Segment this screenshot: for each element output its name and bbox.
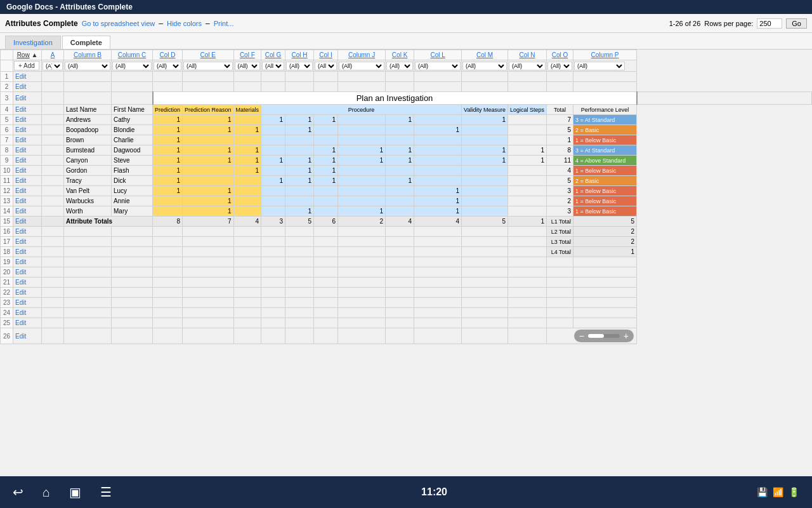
edit-link-6[interactable]: Edit: [15, 126, 26, 133]
edit-link-9[interactable]: Edit: [15, 157, 26, 164]
edit-link-16[interactable]: Edit: [15, 228, 26, 235]
filter-select-i[interactable]: (All): [315, 62, 337, 70]
filter-select-f[interactable]: (All): [235, 62, 261, 70]
filter-l[interactable]: (All): [414, 60, 462, 72]
col-header-c[interactable]: Column C: [112, 50, 153, 60]
edit-link-4[interactable]: Edit: [15, 106, 26, 113]
rows-per-page-input[interactable]: [757, 18, 782, 29]
col-header-n[interactable]: Col N: [508, 50, 546, 60]
edit-link-13[interactable]: Edit: [15, 197, 26, 204]
edit-link-2[interactable]: Edit: [15, 83, 26, 90]
tab-complete[interactable]: Complete: [62, 36, 110, 49]
col-header-e-label[interactable]: Col E: [200, 51, 216, 58]
col-header-p-label[interactable]: Column P: [591, 51, 619, 58]
filter-select-h[interactable]: (All): [286, 62, 313, 70]
filter-i[interactable]: (All): [314, 60, 338, 72]
filter-select-e[interactable]: (All): [183, 62, 233, 70]
edit-link-10[interactable]: Edit: [15, 167, 26, 174]
col-header-j[interactable]: Column J: [338, 50, 386, 60]
filter-k[interactable]: (All): [386, 60, 414, 72]
edit-link-17[interactable]: Edit: [15, 238, 26, 245]
recent-apps-icon[interactable]: ▣: [69, 485, 81, 500]
zoom-in-button[interactable]: +: [624, 331, 629, 341]
table-wrapper[interactable]: Row ▲ A Column B Column C Col D Col E: [0, 50, 812, 476]
filter-select-n[interactable]: (All): [509, 62, 546, 70]
edit-link-1[interactable]: Edit: [15, 73, 26, 80]
filter-g[interactable]: (All): [261, 60, 285, 72]
home-icon[interactable]: ⌂: [43, 485, 50, 500]
filter-c[interactable]: (All): [112, 60, 153, 72]
filter-select-m[interactable]: (All): [462, 62, 507, 70]
filter-select-p[interactable]: (All): [574, 62, 625, 70]
edit-link-11[interactable]: Edit: [15, 177, 26, 184]
zoom-out-button[interactable]: −: [579, 331, 584, 341]
filter-n[interactable]: (All): [508, 60, 546, 72]
col-header-p[interactable]: Column P: [573, 50, 637, 60]
filter-select-j[interactable]: (All): [339, 62, 384, 70]
col-header-f-label[interactable]: Col F: [240, 51, 255, 58]
col-header-k-label[interactable]: Col K: [392, 51, 407, 58]
zoom-slider[interactable]: [588, 334, 620, 338]
filter-select-l[interactable]: (All): [415, 62, 461, 70]
edit-link-7[interactable]: Edit: [15, 137, 26, 144]
col-header-f[interactable]: Col F: [233, 50, 261, 60]
filter-e[interactable]: (All): [183, 60, 234, 72]
hide-colors-link[interactable]: Hide colors: [167, 20, 202, 27]
filter-d[interactable]: (All): [153, 60, 183, 72]
col-header-j-label[interactable]: Column J: [348, 51, 375, 58]
filter-j[interactable]: (All): [338, 60, 386, 72]
filter-m[interactable]: (All): [462, 60, 508, 72]
add-button-cell[interactable]: + Add: [13, 60, 42, 72]
col-sort-row[interactable]: Row: [17, 51, 30, 58]
col-header-b[interactable]: Column B: [64, 50, 112, 60]
col-header-g-label[interactable]: Col G: [265, 51, 282, 58]
edit-link-12[interactable]: Edit: [15, 187, 26, 194]
col-header-i[interactable]: Col I: [314, 50, 338, 60]
col-header-l-label[interactable]: Col L: [430, 51, 445, 58]
filter-p[interactable]: (All): [573, 60, 637, 72]
edit-link-5[interactable]: Edit: [15, 116, 26, 123]
edit-link-15[interactable]: Edit: [15, 218, 26, 225]
filter-select-b[interactable]: (All): [65, 62, 110, 70]
filter-select-k[interactable]: (All): [386, 62, 413, 70]
col-header-g[interactable]: Col G: [261, 50, 285, 60]
col-header-o-label[interactable]: Col O: [552, 51, 568, 58]
col-header-h-label[interactable]: Col H: [292, 51, 308, 58]
col-header-a-label[interactable]: A: [51, 51, 55, 58]
filter-select-a[interactable]: (A): [43, 62, 63, 70]
print-link[interactable]: Print...: [214, 20, 234, 27]
edit-link-8[interactable]: Edit: [15, 147, 26, 154]
col-header-d[interactable]: Col D: [153, 50, 183, 60]
go-to-spreadsheet-link[interactable]: Go to spreadsheet view: [82, 20, 155, 27]
col-header-e[interactable]: Col E: [183, 50, 234, 60]
filter-f[interactable]: (All): [233, 60, 261, 72]
edit-link-18[interactable]: Edit: [15, 248, 26, 255]
col-header-l[interactable]: Col L: [414, 50, 462, 60]
filter-select-c[interactable]: (All): [112, 62, 152, 70]
filter-b[interactable]: (All): [64, 60, 112, 72]
col-header-k[interactable]: Col K: [386, 50, 414, 60]
col-header-c-label[interactable]: Column C: [118, 51, 146, 58]
filter-select-o[interactable]: (All): [547, 62, 572, 70]
filter-a[interactable]: (A): [42, 60, 64, 72]
filter-select-g[interactable]: (All): [262, 62, 284, 70]
col-header-m-label[interactable]: Col M: [476, 51, 493, 58]
col-header-row[interactable]: Row ▲: [13, 50, 42, 60]
col-header-n-label[interactable]: Col N: [519, 51, 535, 58]
edit-link-14[interactable]: Edit: [15, 208, 26, 215]
add-button[interactable]: + Add: [14, 61, 39, 70]
col-header-d-label[interactable]: Col D: [160, 51, 176, 58]
filter-o[interactable]: (All): [547, 60, 573, 72]
col-header-a[interactable]: A: [42, 50, 64, 60]
col-header-i-label[interactable]: Col I: [319, 51, 332, 58]
filter-select-d[interactable]: (All): [154, 62, 181, 70]
menu-icon[interactable]: ☰: [100, 485, 112, 500]
col-header-b-label[interactable]: Column B: [74, 51, 102, 58]
tab-investigation[interactable]: Investigation: [5, 36, 61, 49]
back-icon[interactable]: ↩: [13, 485, 23, 500]
col-header-o[interactable]: Col O: [547, 50, 573, 60]
col-header-h[interactable]: Col H: [285, 50, 314, 60]
col-header-m[interactable]: Col M: [462, 50, 508, 60]
go-button[interactable]: Go: [786, 18, 807, 29]
edit-link-3[interactable]: Edit: [15, 95, 26, 102]
